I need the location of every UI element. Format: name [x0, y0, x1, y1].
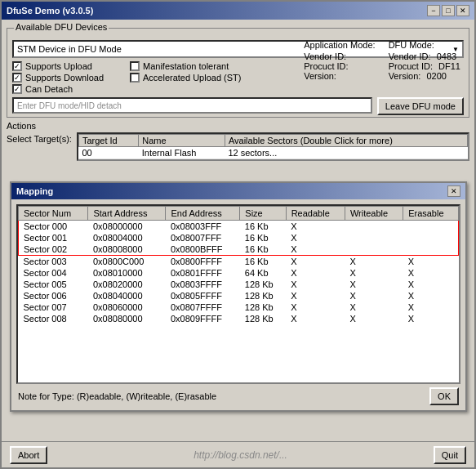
dfu-mode-title: DFU Mode: [389, 40, 460, 50]
table-row[interactable]: 00 Internal Flash 12 sectors... [78, 147, 467, 159]
leave-dfu-button[interactable]: Leave DFU mode [377, 97, 464, 115]
checkbox-col-left: ✓ Supports Upload ✓ Supports Download ✓ … [12, 61, 104, 94]
dfu-mode-input[interactable]: Enter DFU mode/HID detach [12, 97, 372, 114]
col-size: Size [240, 207, 286, 221]
col-target-id: Target Id [78, 135, 138, 147]
bottom-bar: Abort http://blog.csdn.net/... Quit [2, 441, 474, 467]
accelerated-checkbox[interactable] [130, 73, 140, 83]
mapping-table-row[interactable]: Sector 0050x080200000x0803FFFF128 KbXXX [19, 279, 459, 290]
close-button[interactable]: ✕ [456, 5, 469, 16]
select-targets-row: Select Target(s): Target Id Name Availab… [7, 132, 469, 161]
leave-dfu-label: Leave DFU mode [385, 101, 456, 111]
mapping-table-row[interactable]: Sector 0080x080800000x0809FFFF128 KbXXX [19, 313, 459, 324]
dfu-version-row: Version: 0200 [389, 71, 460, 81]
mapping-content: Sector Num Start Address End Address Siz… [11, 199, 465, 410]
quit-label: Quit [442, 450, 458, 460]
check-mark: ✓ [14, 62, 20, 70]
window-title: DfuSe Demo (v3.0.5) [7, 6, 93, 16]
manifestation-label: Manifestation tolerant [143, 61, 229, 71]
main-content: Available DFU Devices STM Device in DFU … [2, 20, 474, 164]
dfu-mode-col: DFU Mode: Vendor ID: 0483 Procuct ID: DF… [389, 40, 460, 81]
mapping-close-button[interactable]: ✕ [447, 185, 460, 197]
mapping-titlebar: Mapping ✕ [11, 183, 465, 199]
mapping-table-row[interactable]: Sector 0040x080100000x0801FFFF64 KbXXX [19, 267, 459, 279]
title-bar: DfuSe Demo (v3.0.5) − □ ✕ [2, 2, 474, 20]
col-sectors: Available Sectors (Double Click for more… [225, 135, 467, 147]
actions-section: Actions Select Target(s): Target Id Name… [7, 121, 469, 161]
actions-label: Actions [7, 121, 469, 131]
supports-download-checkbox[interactable]: ✓ [12, 73, 22, 83]
mapping-table-wrapper[interactable]: Sector Num Start Address End Address Siz… [16, 204, 460, 384]
col-end-addr: End Address [166, 207, 240, 221]
can-detach-label: Can Detach [25, 84, 73, 94]
col-start-addr: Start Address [88, 207, 166, 221]
abort-label: Abort [18, 450, 39, 460]
app-version-row: Version: [304, 71, 375, 81]
dfu-input-placeholder: Enter DFU mode/HID detach [17, 101, 122, 110]
main-window: DfuSe Demo (v3.0.5) − □ ✕ Available DFU … [0, 0, 476, 469]
checkbox-col-right: Manifestation tolerant Accelerated Uploa… [130, 61, 241, 94]
app-mode-title: Application Mode: [304, 40, 375, 50]
checkbox-manifestation: Manifestation tolerant [130, 61, 241, 71]
targets-table: Target Id Name Available Sectors (Double… [77, 132, 469, 161]
restore-button[interactable]: □ [442, 5, 455, 16]
checkbox-supports-upload: ✓ Supports Upload [12, 61, 104, 71]
mapping-table-row[interactable]: Sector 0000x080000000x08003FFF16 KbX [19, 221, 459, 233]
dfu-product-row: Procuct ID: DF11 [389, 61, 460, 71]
mapping-table-row[interactable]: Sector 0060x080400000x0805FFFF128 KbXXX [19, 290, 459, 302]
checkbox-accelerated: Accelerated Upload (ST) [130, 73, 241, 83]
col-name: Name [139, 135, 225, 147]
mapping-dialog: Mapping ✕ Sector Num Start Address End A… [10, 181, 467, 412]
target-name-cell: Internal Flash [139, 147, 225, 159]
dfu-device-selected: STM Device in DFU Mode [17, 44, 122, 54]
quit-button[interactable]: Quit [434, 446, 466, 464]
mapping-table-row[interactable]: Sector 0070x080600000x0807FFFF128 KbXXX [19, 302, 459, 313]
mapping-header-row: Sector Num Start Address End Address Siz… [19, 207, 459, 221]
mapping-title: Mapping [16, 186, 53, 196]
mapping-footer: Note for Type: (R)eadable, (W)riteable, … [16, 387, 460, 405]
col-erasable: Erasable [403, 207, 459, 221]
dfu-vendor-row: Vendor ID: 0483 [389, 51, 460, 61]
col-sector-num: Sector Num [19, 207, 88, 221]
minimize-button[interactable]: − [427, 5, 440, 16]
window-controls: − □ ✕ [427, 5, 469, 16]
app-mode-col: Application Mode: Vendor ID: Procuct ID:… [304, 40, 375, 81]
checkbox-supports-download: ✓ Supports Download [12, 73, 104, 83]
dfu-devices-group: Available DFU Devices STM Device in DFU … [7, 28, 469, 118]
app-product-row: Procuct ID: [304, 61, 375, 71]
dfu-devices-title: Available DFU Devices [14, 22, 109, 32]
col-readable: Readable [286, 207, 345, 221]
supports-download-label: Supports Download [25, 73, 104, 83]
ok-label: OK [438, 391, 451, 401]
mapping-note: Note for Type: (R)eadable, (W)riteable, … [18, 391, 216, 401]
supports-upload-label: Supports Upload [25, 61, 92, 71]
check-mark2: ✓ [14, 74, 20, 82]
select-targets-label: Select Target(s): [7, 134, 72, 144]
can-detach-checkbox[interactable]: ✓ [12, 84, 22, 94]
abort-button[interactable]: Abort [10, 446, 47, 464]
url-text: http://blog.csdn.net/... [194, 449, 287, 461]
target-sectors-cell: 12 sectors... [225, 147, 467, 159]
col-writeable: Writeable [345, 207, 403, 221]
mapping-table-row[interactable]: Sector 0030x0800C0000x0800FFFF16 KbXXX [19, 256, 459, 268]
dfu-btn-row: Enter DFU mode/HID detach Leave DFU mode [12, 97, 464, 115]
mapping-table: Sector Num Start Address End Address Siz… [18, 206, 459, 324]
checkbox-can-detach: ✓ Can Detach [12, 84, 104, 94]
manifestation-checkbox[interactable] [130, 61, 140, 71]
accelerated-label: Accelerated Upload (ST) [143, 73, 241, 83]
mapping-table-row[interactable]: Sector 0010x080040000x08007FFF16 KbX [19, 232, 459, 243]
supports-upload-checkbox[interactable]: ✓ [12, 61, 22, 71]
app-vendor-row: Vendor ID: [304, 51, 375, 61]
mapping-table-row[interactable]: Sector 0020x080080000x0800BFFF16 KbX [19, 243, 459, 256]
mapping-ok-button[interactable]: OK [429, 387, 459, 405]
target-id-cell: 00 [78, 147, 138, 159]
mode-info: Application Mode: Vendor ID: Procuct ID:… [304, 40, 460, 81]
check-mark3: ✓ [14, 85, 20, 93]
